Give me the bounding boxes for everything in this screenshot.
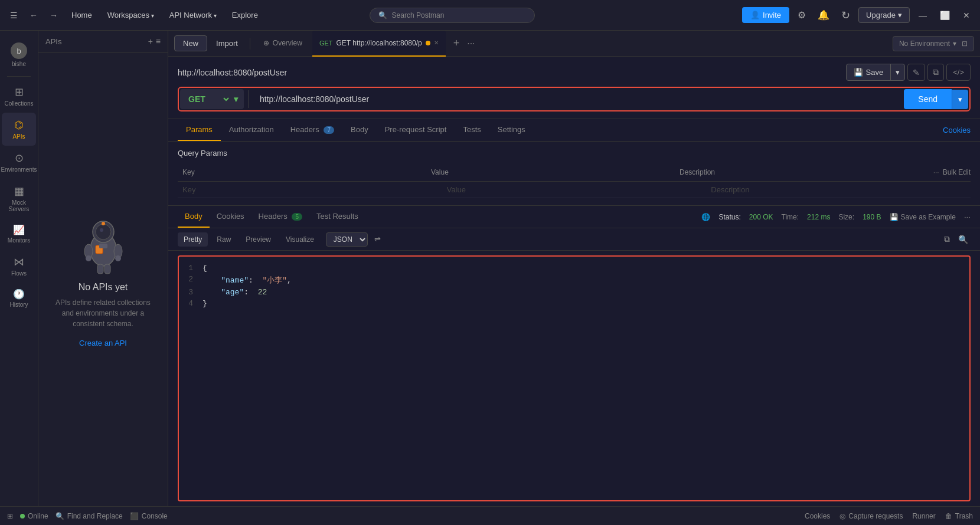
status-bar: 🌐 Status: 200 OK Time: 212 ms Size: 190 … — [701, 212, 971, 221]
invite-button[interactable]: 👤 Invite — [742, 7, 789, 23]
save-example-button[interactable]: 💾 Save as Example — [890, 213, 956, 221]
main-layout: b bishe ⊞ Collections ⌬ APIs ⊙ Environme… — [0, 31, 980, 506]
tab-params[interactable]: Params — [178, 119, 221, 141]
format-tab-raw[interactable]: Raw — [211, 232, 237, 247]
description-input[interactable] — [711, 185, 966, 194]
svg-rect-8 — [97, 264, 103, 274]
overview-tab[interactable]: ⊕ Overview — [256, 31, 309, 57]
edit-icon[interactable]: ✎ — [907, 64, 925, 81]
status-label: Status: — [718, 213, 740, 221]
astronaut-illustration — [77, 211, 130, 276]
settings-icon[interactable]: ⚙ — [794, 6, 809, 24]
env-chevron-icon: ▾ — [953, 40, 956, 48]
bulk-edit-button[interactable]: Bulk Edit — [943, 168, 971, 176]
overview-icon: ⊕ — [263, 39, 269, 47]
cookies-bottom-button[interactable]: Cookies — [805, 512, 830, 520]
tab-bar: New Import ⊕ Overview GET GET http://loc… — [168, 31, 980, 57]
import-button[interactable]: Import — [210, 36, 244, 51]
chevron-down-icon: ▾ — [898, 11, 902, 19]
tab-tests[interactable]: Tests — [455, 119, 489, 141]
code-line-4: 4 } — [179, 298, 969, 309]
tab-prerequest[interactable]: Pre-request Script — [377, 119, 455, 141]
home-nav[interactable]: Home — [66, 8, 98, 22]
sidebar-item-collections[interactable]: ⊞ Collections — [2, 80, 36, 113]
sidebar-item-monitors[interactable]: 📈 Monitors — [2, 218, 36, 250]
params-section: Query Params Key Value Description ··· B… — [168, 142, 980, 205]
search-bar[interactable]: 🔍 Search Postman — [370, 8, 535, 23]
filter-api-button[interactable]: ≡ — [156, 37, 161, 46]
request-tabs: Params Authorization Headers 7 Body Pre-… — [168, 119, 980, 142]
new-button[interactable]: New — [174, 35, 207, 51]
find-replace-icon: 🔍 — [55, 512, 64, 520]
request-tab[interactable]: GET GET http://localhost:8080/p ✕ — [312, 31, 446, 57]
tab-add-button[interactable]: + — [449, 37, 465, 50]
add-api-button[interactable]: + — [148, 37, 153, 46]
format-tab-pretty[interactable]: Pretty — [178, 232, 208, 247]
trash-button[interactable]: 🗑 Trash — [945, 512, 973, 520]
upgrade-button[interactable]: Upgrade ▾ — [858, 7, 910, 23]
response-tab-headers[interactable]: Headers 5 — [251, 206, 309, 228]
tab-more-button[interactable]: ··· — [467, 38, 475, 49]
response-area: Body Cookies Headers 5 Test Results 🌐 St… — [168, 205, 980, 506]
capture-button[interactable]: ◎ Capture requests — [839, 512, 903, 520]
key-input[interactable] — [182, 185, 437, 194]
create-api-link[interactable]: Create an API — [79, 339, 127, 347]
save-dropdown-button[interactable]: ▾ — [890, 64, 904, 80]
method-select[interactable]: GET POST PUT DELETE PATCH ▾ — [180, 89, 244, 109]
search-icon: 🔍 — [378, 11, 387, 19]
layout-toggle[interactable]: ⊞ — [7, 512, 13, 520]
more-response-button[interactable]: ··· — [964, 212, 971, 221]
copy-icon[interactable]: ⧉ — [927, 64, 944, 81]
back-button[interactable]: ← — [25, 8, 42, 23]
env-selector[interactable]: No Environment ▾ ⊡ — [893, 36, 974, 51]
cookies-link[interactable]: Cookies — [943, 126, 971, 134]
format-json-select[interactable]: JSON XML HTML Text — [326, 232, 368, 247]
format-tabs: Pretty Raw Preview Visualize JSON XML HT… — [168, 228, 980, 251]
method-dropdown[interactable]: GET POST PUT DELETE PATCH — [186, 94, 231, 104]
url-input[interactable] — [254, 90, 899, 109]
workspaces-nav[interactable]: Workspaces — [102, 8, 160, 22]
explore-nav[interactable]: Explore — [226, 8, 264, 22]
params-section-title: Query Params — [178, 149, 971, 158]
tab-authorization[interactable]: Authorization — [221, 119, 282, 141]
send-dropdown-button[interactable]: ▾ — [952, 90, 968, 109]
search-response-button[interactable]: 🔍 — [956, 232, 971, 247]
online-status[interactable]: Online — [20, 512, 48, 520]
minimize-button[interactable]: — — [914, 8, 931, 23]
find-replace-button[interactable]: 🔍 Find and Replace — [55, 512, 123, 520]
response-tab-test-results[interactable]: Test Results — [309, 206, 365, 228]
send-button[interactable]: Send — [904, 89, 952, 109]
size-label: Size: — [838, 213, 854, 221]
response-tab-cookies[interactable]: Cookies — [210, 206, 251, 228]
console-button[interactable]: ⬛ Console — [130, 512, 168, 520]
tab-headers[interactable]: Headers 7 — [282, 119, 342, 141]
runner-button[interactable]: Runner — [912, 512, 935, 520]
request-area: http://localhost:8080/postUser 💾 Save ▾ … — [168, 57, 980, 119]
api-network-nav[interactable]: API Network — [164, 8, 223, 22]
sidebar-item-flows[interactable]: ⋈ Flows — [2, 250, 36, 283]
svg-rect-11 — [99, 244, 107, 248]
sidebar-item-mock-servers[interactable]: ▦ Mock Servers — [2, 179, 36, 218]
format-tab-visualize[interactable]: Visualize — [280, 232, 320, 247]
capture-icon: ◎ — [839, 512, 845, 520]
format-tab-preview[interactable]: Preview — [240, 232, 277, 247]
copy-response-button[interactable]: ⧉ — [942, 232, 952, 247]
notification-icon[interactable]: 🔔 — [814, 6, 833, 24]
sidebar-item-history[interactable]: 🕐 History — [2, 283, 36, 314]
forward-button[interactable]: → — [45, 8, 62, 23]
tab-close-icon[interactable]: ✕ — [434, 40, 439, 46]
sidebar-item-environments[interactable]: ⊙ Environments — [2, 146, 36, 179]
user-avatar[interactable]: b bishe — [2, 37, 36, 73]
close-button[interactable]: ✕ — [959, 8, 974, 23]
value-input[interactable] — [447, 185, 702, 194]
sidebar-item-apis[interactable]: ⌬ APIs — [2, 113, 36, 146]
maximize-button[interactable]: ⬜ — [936, 8, 954, 23]
more-params-icon: ··· — [933, 168, 939, 176]
tab-body[interactable]: Body — [342, 119, 377, 141]
save-button[interactable]: 💾 Save — [847, 64, 891, 80]
sync-icon[interactable]: ↻ — [838, 5, 854, 25]
code-button[interactable]: </> — [946, 64, 971, 81]
hamburger-icon[interactable]: ☰ — [6, 8, 22, 23]
response-tab-body[interactable]: Body — [178, 206, 210, 228]
tab-settings[interactable]: Settings — [489, 119, 534, 141]
